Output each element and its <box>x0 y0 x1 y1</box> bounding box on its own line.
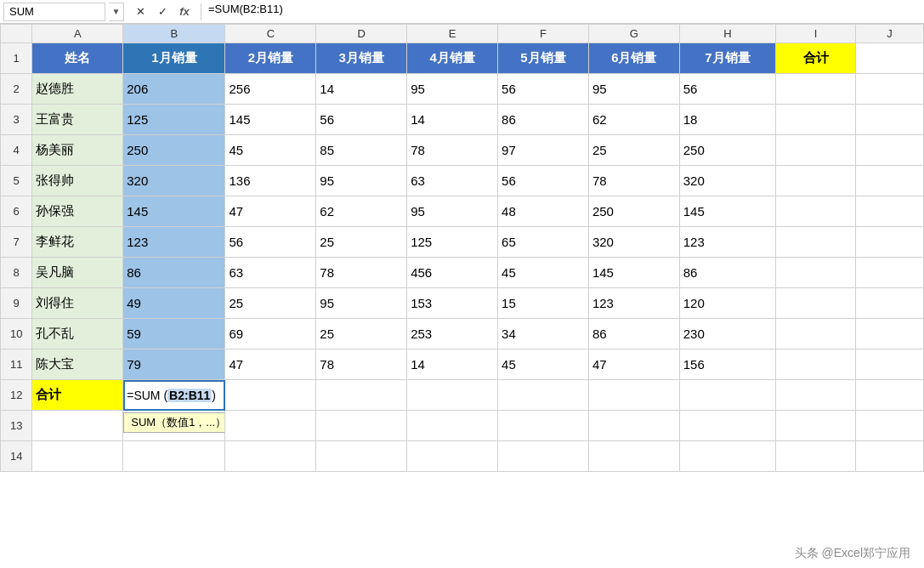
cell-g6[interactable]: 250 <box>588 196 679 227</box>
cell-g12[interactable] <box>588 380 679 411</box>
cell-g5[interactable]: 78 <box>588 166 679 196</box>
cell-j12[interactable] <box>855 380 923 411</box>
cell-c2[interactable]: 256 <box>225 74 316 105</box>
cell-c9[interactable]: 25 <box>225 288 316 319</box>
cell-g9[interactable]: 123 <box>588 288 679 319</box>
cell-i8[interactable] <box>776 258 856 288</box>
cell-g3[interactable]: 62 <box>588 105 679 135</box>
col-header-f[interactable]: F <box>498 25 589 43</box>
cell-a5[interactable]: 张得帅 <box>32 166 123 196</box>
cell-d11[interactable]: 78 <box>316 349 407 380</box>
cell-g10[interactable]: 86 <box>588 319 679 349</box>
cell-j5[interactable] <box>855 166 923 196</box>
cell-j3[interactable] <box>855 105 923 135</box>
cell-c6[interactable]: 47 <box>225 196 316 227</box>
confirm-button[interactable]: ✓ <box>153 3 172 21</box>
cell-f3[interactable]: 86 <box>498 105 589 135</box>
cell-c8[interactable]: 63 <box>225 258 316 288</box>
cell-b1[interactable]: 1月销量 <box>123 43 225 74</box>
cell-c7[interactable]: 56 <box>225 227 316 258</box>
cell-g7[interactable]: 320 <box>588 227 679 258</box>
cell-g2[interactable]: 95 <box>588 74 679 105</box>
cell-h8[interactable]: 86 <box>679 258 776 288</box>
cell-f8[interactable]: 45 <box>498 258 589 288</box>
cell-c11[interactable]: 47 <box>225 349 316 380</box>
cell-d3[interactable]: 56 <box>316 105 407 135</box>
cell-a10[interactable]: 孔不乱 <box>32 319 123 349</box>
cell-e6[interactable]: 95 <box>407 196 498 227</box>
cell-d12[interactable] <box>316 380 407 411</box>
cell-f5[interactable]: 56 <box>498 166 589 196</box>
cell-h13[interactable] <box>679 411 776 441</box>
cell-h11[interactable]: 156 <box>679 349 776 380</box>
cell-h1[interactable]: 7月销量 <box>679 43 776 74</box>
cell-i9[interactable] <box>776 288 856 319</box>
cell-b9[interactable]: 49 <box>123 288 225 319</box>
name-box[interactable]: SUM <box>3 3 105 21</box>
col-header-j[interactable]: J <box>855 25 923 43</box>
col-header-h[interactable]: H <box>679 25 776 43</box>
cell-d9[interactable]: 95 <box>316 288 407 319</box>
cell-f13[interactable] <box>498 411 589 441</box>
cell-d8[interactable]: 78 <box>316 258 407 288</box>
cell-j13[interactable] <box>855 411 923 441</box>
cell-d10[interactable]: 25 <box>316 319 407 349</box>
cell-i2[interactable] <box>776 74 856 105</box>
cell-g1[interactable]: 6月销量 <box>588 43 679 74</box>
cell-e9[interactable]: 153 <box>407 288 498 319</box>
cell-g14[interactable] <box>588 441 679 472</box>
cell-g13[interactable] <box>588 411 679 441</box>
cell-i12[interactable] <box>776 380 856 411</box>
cell-f1[interactable]: 5月销量 <box>498 43 589 74</box>
cell-j9[interactable] <box>855 288 923 319</box>
cell-a7[interactable]: 李鲜花 <box>32 227 123 258</box>
cell-a14[interactable] <box>32 441 123 472</box>
col-header-d[interactable]: D <box>316 25 407 43</box>
cell-c10[interactable]: 69 <box>225 319 316 349</box>
cell-j4[interactable] <box>855 135 923 166</box>
col-header-c[interactable]: C <box>225 25 316 43</box>
cell-j7[interactable] <box>855 227 923 258</box>
cell-a1[interactable]: 姓名 <box>32 43 123 74</box>
cell-e11[interactable]: 14 <box>407 349 498 380</box>
cell-f6[interactable]: 48 <box>498 196 589 227</box>
cell-b6[interactable]: 145 <box>123 196 225 227</box>
cell-j8[interactable] <box>855 258 923 288</box>
cell-b3[interactable]: 125 <box>123 105 225 135</box>
cell-b12[interactable]: =SUM (B2:B11) <box>123 380 225 411</box>
cell-e3[interactable]: 14 <box>407 105 498 135</box>
cell-e13[interactable] <box>407 411 498 441</box>
cell-f9[interactable]: 15 <box>498 288 589 319</box>
cell-g8[interactable]: 145 <box>588 258 679 288</box>
cell-i6[interactable] <box>776 196 856 227</box>
cell-b8[interactable]: 86 <box>123 258 225 288</box>
cell-a13[interactable] <box>32 411 123 441</box>
cell-c13[interactable] <box>225 411 316 441</box>
cell-j10[interactable] <box>855 319 923 349</box>
cell-b14[interactable] <box>123 441 225 472</box>
cell-d6[interactable]: 62 <box>316 196 407 227</box>
cell-b5[interactable]: 320 <box>123 166 225 196</box>
cell-h2[interactable]: 56 <box>679 74 776 105</box>
cell-e5[interactable]: 63 <box>407 166 498 196</box>
cell-f14[interactable] <box>498 441 589 472</box>
cell-e8[interactable]: 456 <box>407 258 498 288</box>
formula-input[interactable]: =SUM(B2:B11) <box>205 3 921 21</box>
cell-i13[interactable] <box>776 411 856 441</box>
cell-h14[interactable] <box>679 441 776 472</box>
cell-b4[interactable]: 250 <box>123 135 225 166</box>
cell-g11[interactable]: 47 <box>588 349 679 380</box>
cell-b13[interactable]: SUM（数值1，...） <box>123 411 225 441</box>
cell-e7[interactable]: 125 <box>407 227 498 258</box>
cell-a12[interactable]: 合计 <box>32 380 123 411</box>
cell-e1[interactable]: 4月销量 <box>407 43 498 74</box>
cancel-button[interactable]: ✕ <box>131 3 150 21</box>
cell-a9[interactable]: 刘得住 <box>32 288 123 319</box>
cell-e12[interactable] <box>407 380 498 411</box>
cell-c1[interactable]: 2月销量 <box>225 43 316 74</box>
cell-b10[interactable]: 59 <box>123 319 225 349</box>
cell-f7[interactable]: 65 <box>498 227 589 258</box>
cell-h10[interactable]: 230 <box>679 319 776 349</box>
col-header-e[interactable]: E <box>407 25 498 43</box>
cell-d14[interactable] <box>316 441 407 472</box>
